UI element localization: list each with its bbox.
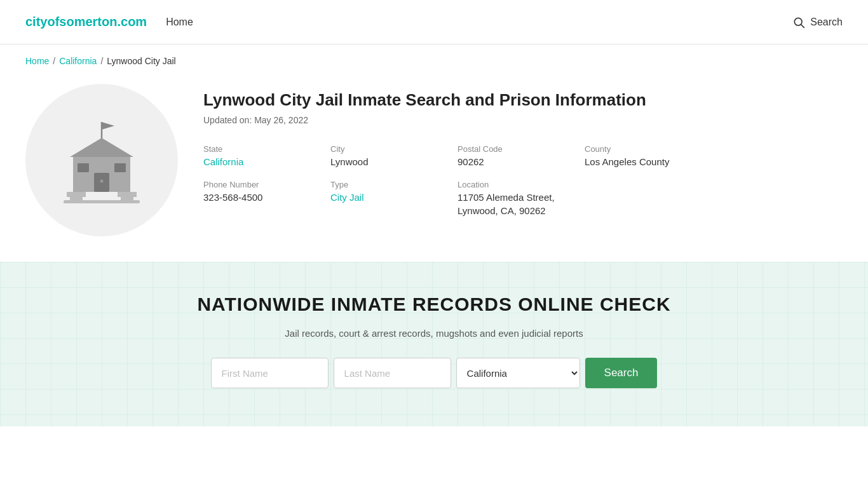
search-button[interactable]: Search [585, 358, 658, 388]
svg-line-1 [801, 24, 804, 27]
search-section-title: NATIONWIDE INMATE RECORDS ONLINE CHECK [197, 294, 670, 315]
info-city: City Lynwood [330, 144, 458, 167]
search-section-subtitle: Jail records, court & arrest records, mu… [285, 328, 583, 339]
location-label: Location [458, 180, 843, 189]
first-name-input[interactable] [211, 358, 329, 388]
breadcrumb-home[interactable]: Home [25, 56, 49, 66]
svg-rect-11 [118, 192, 137, 197]
breadcrumb: Home / California / Lynwood City Jail [0, 44, 868, 78]
jail-info-grid: State California City Lynwood Postal Cod… [203, 144, 843, 216]
state-value[interactable]: California [203, 156, 330, 167]
svg-rect-9 [67, 192, 86, 197]
breadcrumb-sep1: / [53, 56, 55, 66]
postal-label: Postal Code [458, 144, 585, 154]
site-header: cityofsomerton.com Home Search [0, 0, 868, 44]
info-type: Type City Jail [330, 180, 458, 216]
svg-point-14 [100, 180, 104, 183]
svg-marker-4 [70, 138, 133, 157]
jail-updated: Updated on: May 26, 2022 [203, 115, 843, 125]
city-value: Lynwood [330, 156, 458, 167]
postal-value: 90262 [458, 156, 585, 167]
city-label: City [330, 144, 458, 154]
info-county: County Los Angeles County [585, 144, 843, 167]
svg-rect-8 [114, 163, 126, 172]
location-line2: Lynwood, CA, 90262 [458, 205, 843, 216]
info-phone: Phone Number 323-568-4500 [203, 180, 330, 216]
county-value: Los Angeles County [585, 156, 843, 167]
info-location: Location 11705 Alemeda Street, Lynwood, … [458, 180, 843, 216]
breadcrumb-state[interactable]: California [59, 56, 97, 66]
phone-label: Phone Number [203, 180, 330, 189]
state-label: State [203, 144, 330, 154]
state-select[interactable]: California Alabama Alaska Arizona Arkans… [456, 358, 580, 388]
nav-home-link[interactable]: Home [166, 17, 193, 28]
type-label: Type [330, 180, 458, 189]
search-section: NATIONWIDE INMATE RECORDS ONLINE CHECK J… [0, 262, 868, 426]
type-value[interactable]: City Jail [330, 192, 458, 203]
county-label: County [585, 144, 843, 154]
search-icon [792, 16, 805, 29]
breadcrumb-sep2: / [100, 56, 103, 66]
svg-rect-7 [78, 163, 89, 172]
phone-value: 323-568-4500 [203, 192, 330, 203]
info-section: Lynwood City Jail Inmate Search and Pris… [203, 84, 843, 216]
jail-building-icon [51, 109, 153, 211]
search-form: California Alabama Alaska Arizona Arkans… [211, 358, 658, 388]
svg-marker-3 [102, 122, 114, 130]
breadcrumb-current: Lynwood City Jail [107, 56, 175, 66]
jail-icon-container [25, 84, 178, 236]
site-logo[interactable]: cityofsomerton.com [25, 15, 147, 29]
svg-rect-12 [121, 197, 133, 200]
svg-rect-13 [64, 200, 140, 203]
header-search-button[interactable]: Search [792, 16, 843, 29]
jail-title: Lynwood City Jail Inmate Search and Pris… [203, 90, 843, 110]
header-search-label: Search [810, 17, 843, 28]
location-line1: 11705 Alemeda Street, [458, 192, 843, 203]
svg-rect-10 [70, 197, 83, 200]
main-content: Lynwood City Jail Inmate Search and Pris… [0, 78, 868, 262]
info-postal: Postal Code 90262 [458, 144, 585, 167]
info-state: State California [203, 144, 330, 167]
last-name-input[interactable] [334, 358, 451, 388]
